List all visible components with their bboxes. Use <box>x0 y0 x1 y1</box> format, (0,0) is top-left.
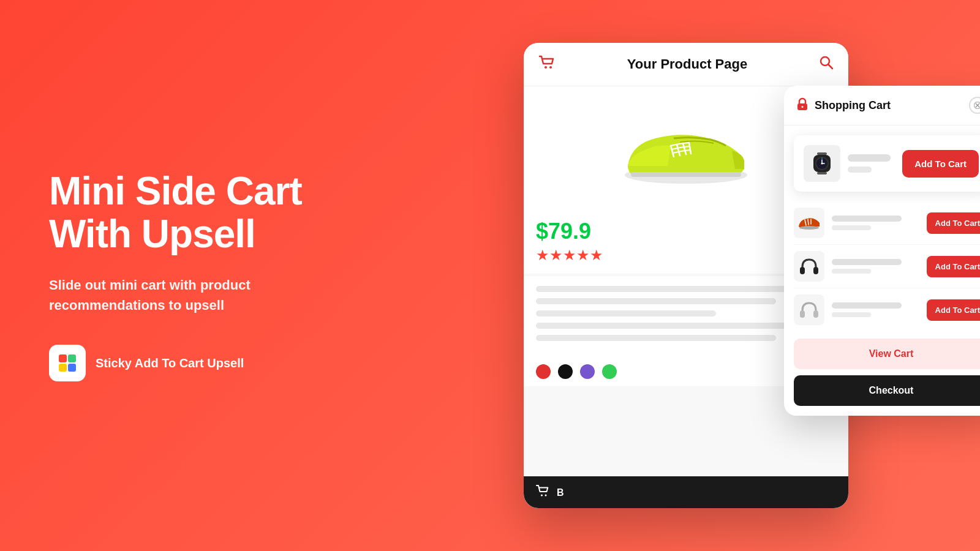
upsell-item-3: Add To Cart <box>794 288 980 331</box>
brand-row: Sticky Add To Cart Upsell <box>49 345 343 381</box>
brand-name: Sticky Add To Cart Upsell <box>96 355 244 371</box>
upsell-price-3 <box>832 312 871 317</box>
featured-product-image <box>804 145 840 182</box>
featured-name-line <box>848 154 891 162</box>
upsell-img-1 <box>794 208 824 238</box>
upsell-add-button-3[interactable]: Add To Cart <box>927 299 980 321</box>
left-panel: Mini Side Cart With Upsell Slide out min… <box>0 133 392 419</box>
svg-line-8 <box>829 65 833 69</box>
upsell-name-3 <box>832 302 902 309</box>
svg-rect-2 <box>68 354 76 362</box>
svg-rect-28 <box>800 267 805 274</box>
featured-price-line <box>848 167 872 173</box>
featured-add-to-cart-button[interactable]: Add To Cart <box>902 150 979 178</box>
cart-title: Shopping Cart <box>815 99 891 112</box>
bottom-bar-label: B <box>557 487 564 498</box>
svg-rect-19 <box>817 172 827 174</box>
upsell-info-3 <box>832 302 919 317</box>
svg-rect-29 <box>813 267 818 274</box>
svg-point-12 <box>545 495 547 497</box>
swatch-green[interactable] <box>602 364 617 379</box>
featured-product-info <box>848 154 895 173</box>
svg-point-11 <box>541 495 543 497</box>
cart-close-button[interactable] <box>969 97 980 114</box>
svg-point-6 <box>549 66 552 69</box>
topbar-cart-icon <box>538 55 556 73</box>
shoe-illustration <box>619 108 753 187</box>
svg-rect-4 <box>68 364 76 372</box>
upsell-list: Add To Cart Add To Cart <box>784 201 980 331</box>
swatch-purple[interactable] <box>580 364 595 379</box>
content-line-2 <box>536 298 776 304</box>
svg-point-26 <box>821 163 823 165</box>
svg-rect-31 <box>813 310 818 318</box>
upsell-item-1: Add To Cart <box>794 201 980 245</box>
svg-rect-10 <box>631 172 741 177</box>
bottom-cart-icon <box>536 485 549 500</box>
upsell-item-2: Add To Cart <box>794 245 980 288</box>
svg-point-27 <box>799 226 819 230</box>
content-line-3 <box>536 310 716 317</box>
svg-rect-1 <box>59 354 67 362</box>
svg-point-14 <box>802 106 804 108</box>
upsell-img-3 <box>794 294 824 325</box>
svg-point-5 <box>545 66 547 69</box>
swatch-red[interactable] <box>536 364 551 379</box>
page-title: Your Product Page <box>627 56 747 72</box>
cart-header: Shopping Cart <box>784 86 980 126</box>
cart-header-left: Shopping Cart <box>796 97 891 114</box>
upsell-info-1 <box>832 216 919 230</box>
upsell-info-2 <box>832 259 919 274</box>
upsell-name-2 <box>832 259 902 265</box>
svg-point-23 <box>821 158 823 159</box>
brand-icon <box>49 345 86 381</box>
upsell-add-button-1[interactable]: Add To Cart <box>927 212 980 234</box>
svg-rect-30 <box>800 310 805 318</box>
upsell-add-button-2[interactable]: Add To Cart <box>927 256 980 277</box>
upsell-name-1 <box>832 216 902 222</box>
svg-rect-18 <box>817 152 827 155</box>
right-panel: Your Product Page <box>392 43 980 508</box>
featured-upsell-item: Add To Cart <box>794 135 980 192</box>
cart-footer: View Cart Checkout <box>784 331 980 416</box>
svg-rect-3 <box>59 364 67 372</box>
upsell-img-2 <box>794 251 824 282</box>
content-line-5 <box>536 335 776 341</box>
swatch-black[interactable] <box>558 364 573 379</box>
subtitle: Slide out mini cart with productrecommen… <box>49 275 343 315</box>
main-title: Mini Side Cart With Upsell <box>49 170 343 256</box>
upsell-price-1 <box>832 225 871 230</box>
product-topbar: Your Product Page <box>524 43 848 86</box>
side-cart-panel: Shopping Cart <box>784 86 980 416</box>
upsell-price-2 <box>832 269 871 274</box>
checkout-button[interactable]: Checkout <box>794 375 980 406</box>
search-icon[interactable] <box>819 55 834 73</box>
product-bottom-bar[interactable]: B <box>524 476 848 508</box>
cart-lock-icon <box>796 97 809 114</box>
view-cart-button[interactable]: View Cart <box>794 339 980 369</box>
